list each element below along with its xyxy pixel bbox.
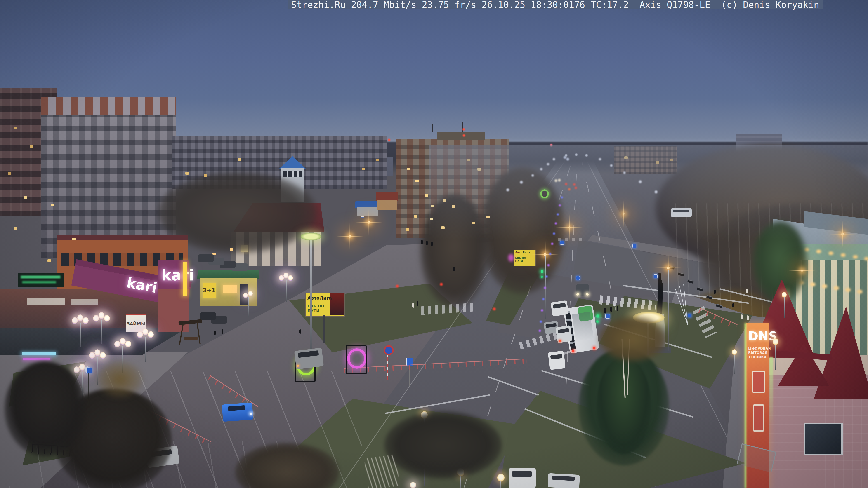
street-lamp-star-5 <box>622 213 625 215</box>
kiosk-roof <box>197 270 259 279</box>
antenna-mast-2 <box>463 122 463 132</box>
red-roof-house <box>376 192 398 201</box>
bank-sign-glow-1 <box>21 275 60 278</box>
dns-banner-fridge-pict <box>753 404 765 431</box>
kiosk-promo-label: 3+1 <box>203 287 216 294</box>
birch-bundle <box>364 454 400 488</box>
car-white-parked-1 <box>508 468 536 488</box>
webcam-caption-bar: Strezhi.Ru 204.7 Mbit/s 23.75 fr/s 26.10… <box>287 0 823 9</box>
right-brick-building <box>614 147 677 174</box>
kiosk-window <box>223 285 237 293</box>
dns-sub2-label: БЫТОВАЯ <box>748 351 767 355</box>
bank-sign-glow-2 <box>22 281 56 283</box>
street-lamp-star-4 <box>568 226 570 228</box>
traffic-light-green-1b <box>541 275 543 278</box>
bank-sign <box>18 273 64 287</box>
dns-banner-phone-pict <box>752 370 765 393</box>
car-minivan-distant <box>671 208 692 217</box>
storefront-sign-2 <box>70 299 98 305</box>
street-lamp-star-2 <box>368 221 370 224</box>
person-10 <box>741 315 743 320</box>
autoliga2-slogan: ЕДЬ ПО ПУТИ <box>515 256 529 262</box>
neon-strip-purple <box>23 358 50 360</box>
person-17 <box>416 301 418 306</box>
antenna-mast-1 <box>432 124 433 132</box>
dns-corner-greenlight <box>770 357 773 425</box>
blue-tower-windows <box>283 171 302 177</box>
no-stopping-sign <box>384 345 394 355</box>
street-lamp-pole-3 <box>545 256 546 320</box>
street-lamp-star-7 <box>841 233 844 235</box>
person-2 <box>426 241 428 245</box>
red-roof-house-wall <box>377 200 397 210</box>
autoliga2-title-label: АвтоЛига <box>515 251 530 254</box>
birch-gold-crown <box>599 316 667 361</box>
person-4 <box>453 267 455 271</box>
plaza-lamp-head <box>301 233 321 240</box>
autoliga2-title: АвтоЛига <box>515 251 530 254</box>
street-lamp-star-6 <box>667 267 670 269</box>
light-ring-distant <box>540 189 549 198</box>
car-oncoming <box>576 284 589 296</box>
car-white-parked-2 <box>548 473 580 488</box>
kari-sign-end: kari <box>161 267 194 284</box>
trees-plaza-north <box>421 194 488 307</box>
car-white-sedan-avenue <box>548 351 565 370</box>
person-16 <box>412 303 414 308</box>
person-8 <box>746 289 748 293</box>
blue-roof-annex-wall <box>357 207 378 216</box>
ped-sign-5 <box>605 314 610 319</box>
car-white-suv <box>551 300 569 316</box>
plaza-lamp-pole <box>310 240 312 357</box>
ped-sign-1 <box>560 241 564 245</box>
street-lamp-star-3 <box>544 253 547 256</box>
person-6 <box>610 307 612 312</box>
webcam-photo: kari kari ЗАЙМЫ 3+1 АвтоЛига ЕДЬ ПО ПУТИ… <box>0 0 868 488</box>
dark-tree-left-2 <box>4 361 86 456</box>
dns-sub: ЦИФРОВАЯ БЫТОВАЯ ТЕХНИКА <box>748 347 771 359</box>
kari-label-2: kari <box>161 267 194 284</box>
webcam-caption-text: Strezhi.Ru 204.7 Mbit/s 23.75 fr/s 26.10… <box>291 0 819 9</box>
blue-roof-annex <box>355 201 380 208</box>
person-1 <box>421 240 423 244</box>
magenta-glow-sign <box>508 254 514 262</box>
traffic-light-green-1 <box>541 270 544 273</box>
person-9 <box>714 290 716 294</box>
person-13 <box>214 331 216 335</box>
left-panel-building <box>41 97 176 258</box>
billboard-leg <box>323 315 324 343</box>
ped-sign-4 <box>654 274 657 278</box>
person-12 <box>733 303 734 307</box>
car-niva-suv <box>294 348 324 369</box>
yellow-banner <box>183 262 187 295</box>
trees-avenue-west <box>479 167 565 294</box>
billboard-image <box>331 293 344 315</box>
person-5 <box>604 308 606 313</box>
dns-sub1-label: ЦИФРОВАЯ <box>748 347 771 351</box>
car-blue <box>222 402 253 422</box>
ped-sign-7 <box>688 314 691 318</box>
street-lamp-pole-6 <box>668 270 669 351</box>
ped-sign-6 <box>86 368 92 373</box>
gold-bush-left <box>97 361 143 398</box>
swing-bench <box>184 337 197 340</box>
center-highrise-penthouse <box>437 132 485 140</box>
street-lamp-star-1 <box>348 235 351 238</box>
ped-sign-2 <box>632 244 636 248</box>
autoliga2-slogan-label: ЕДЬ ПО ПУТИ <box>515 256 526 262</box>
light-spray-decoration <box>674 283 703 325</box>
dns-sub3-label: ТЕХНИКА <box>748 355 767 359</box>
light-ring-magenta-frame <box>346 345 367 374</box>
kiosk-promo-panel: 3+1 <box>203 283 216 298</box>
parked-cars-row <box>0 0 16 8</box>
neon-strip-cyan <box>22 352 56 355</box>
left-panel-attic <box>41 97 176 115</box>
ped-sign-3 <box>576 276 580 280</box>
car-white-wagon <box>555 325 572 343</box>
person-14 <box>221 329 223 334</box>
person-7 <box>617 306 618 311</box>
dns-window <box>804 423 843 455</box>
storefront-sign-1 <box>27 298 65 304</box>
person-15 <box>299 329 301 334</box>
bush-center-bottom <box>384 411 502 479</box>
